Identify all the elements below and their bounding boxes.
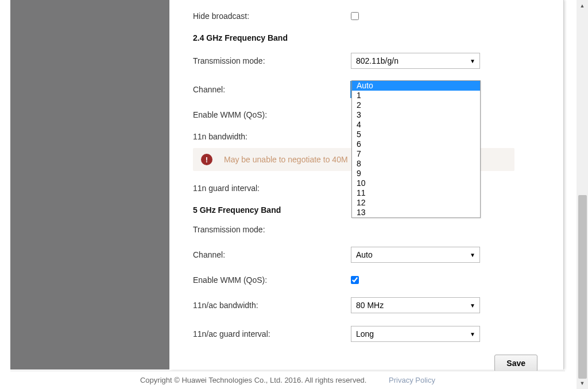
warning-icon: ! (201, 154, 212, 165)
dropdown-option[interactable]: Auto (352, 81, 480, 91)
sidebar (10, 0, 169, 369)
dropdown-option[interactable]: 5 (352, 130, 480, 139)
enable-wmm-5-checkbox[interactable] (351, 276, 359, 284)
copyright-text: Copyright © Huawei Technologies Co., Ltd… (140, 376, 367, 384)
guard-interval-11nac-label: 11n/ac guard interval: (193, 329, 351, 339)
transmission-mode-24-row: Transmission mode: 802.11b/g/n (193, 53, 540, 69)
dropdown-option[interactable]: 6 (352, 139, 480, 149)
channel-24-label: Channel: (193, 85, 351, 94)
hide-broadcast-label: Hide broadcast: (193, 11, 351, 21)
dropdown-option[interactable]: 7 (352, 149, 480, 159)
channel-5-row: Channel: Auto (193, 247, 540, 263)
dropdown-option[interactable]: 11 (352, 188, 480, 198)
channel-5-label: Channel: (193, 250, 351, 259)
dropdown-option[interactable]: 1 (352, 91, 480, 100)
transmission-mode-5-row: Transmission mode: (193, 225, 540, 234)
hide-broadcast-checkbox[interactable] (351, 12, 359, 20)
dropdown-option[interactable]: 10 (352, 178, 480, 188)
guard-interval-11nac-row: 11n/ac guard interval: Long (193, 326, 540, 342)
transmission-mode-24-select[interactable]: 802.11b/g/n (351, 53, 480, 69)
guard-interval-11n-label: 11n guard interval: (193, 184, 351, 193)
guard-interval-11nac-select[interactable]: Long (351, 326, 480, 342)
dropdown-option[interactable]: 2 (352, 100, 480, 110)
enable-wmm-24-label: Enable WMM (QoS): (193, 110, 351, 119)
bandwidth-11nac-select[interactable]: 80 MHz (351, 297, 480, 313)
bandwidth-11n-label: 11n bandwidth: (193, 132, 351, 141)
enable-wmm-5-row: Enable WMM (QoS): (193, 275, 540, 285)
dropdown-option[interactable]: 13 (352, 208, 480, 217)
dropdown-option[interactable]: 3 (352, 110, 480, 120)
dropdown-option[interactable]: 4 (352, 120, 480, 130)
bandwidth-11nac-label: 11n/ac bandwidth: (193, 301, 351, 310)
dropdown-option[interactable]: 12 (352, 198, 480, 208)
enable-wmm-5-label: Enable WMM (QoS): (193, 275, 351, 285)
channel-dropdown-list[interactable]: Auto12345678910111213 (351, 80, 481, 218)
hide-broadcast-row: Hide broadcast: (193, 11, 540, 21)
scroll-down-icon[interactable]: ▼ (577, 378, 588, 389)
save-button[interactable]: Save (494, 355, 537, 372)
scrollbar[interactable]: ▲ ▼ (577, 0, 588, 389)
footer: Copyright © Huawei Technologies Co., Ltd… (10, 371, 565, 389)
privacy-policy-link[interactable]: Privacy Policy (389, 376, 435, 384)
channel-5-select[interactable]: Auto (351, 247, 480, 263)
scroll-thumb[interactable] (578, 195, 587, 379)
band-24-header: 2.4 GHz Frequency Band (193, 33, 540, 42)
transmission-mode-24-label: Transmission mode: (193, 56, 351, 65)
scroll-up-icon[interactable]: ▲ (577, 0, 588, 11)
bandwidth-11nac-row: 11n/ac bandwidth: 80 MHz (193, 297, 540, 313)
dropdown-option[interactable]: 8 (352, 159, 480, 169)
transmission-mode-5-label: Transmission mode: (193, 225, 351, 234)
app-frame: Hide broadcast: 2.4 GHz Frequency Band T… (0, 0, 577, 389)
alert-text: May be unable to negotiate to 40M (224, 155, 348, 164)
dropdown-option[interactable]: 9 (352, 169, 480, 178)
